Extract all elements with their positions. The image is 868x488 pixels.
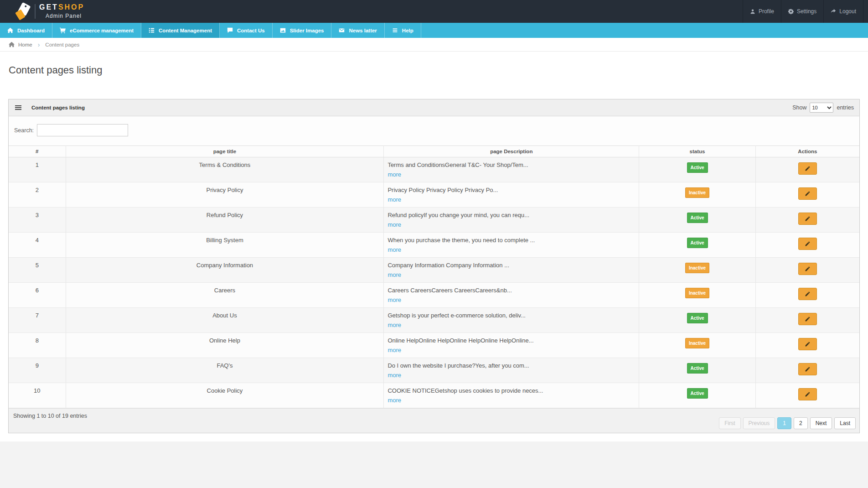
nav-news-latter[interactable]: News latter <box>331 23 384 38</box>
gear-icon <box>788 9 794 14</box>
page-description-cell: COOKIE NOTICEGetshop uses cookies to pro… <box>384 383 639 408</box>
panel-menu-icon[interactable] <box>14 104 22 111</box>
page-description-cell: Do I own the website I purchase?Yes, aft… <box>384 358 639 383</box>
description-text: Careers CareersCareers CareersCareers&nb… <box>388 287 635 294</box>
nav-label: eCommerce management <box>70 28 134 33</box>
nav-content-management[interactable]: Content Management <box>141 23 220 38</box>
pencil-icon <box>805 316 811 322</box>
more-link[interactable]: more <box>388 271 401 278</box>
nav-slider-images[interactable]: Slider Images <box>273 23 332 38</box>
nav-help[interactable]: Help <box>385 23 421 38</box>
row-number: 9 <box>9 358 66 383</box>
row-number: 5 <box>9 258 66 283</box>
page-title-cell: Refund Policy <box>66 208 384 233</box>
content-area: Home › Content pages Content pages listi… <box>0 38 868 441</box>
description-text: Getshop is your perfect e-commerce solut… <box>388 312 635 319</box>
breadcrumb-home[interactable]: Home <box>9 42 32 47</box>
pencil-icon <box>805 191 811 197</box>
settings-label: Settings <box>797 8 816 15</box>
pagination-page-2[interactable]: 2 <box>794 417 808 429</box>
pencil-icon <box>805 266 811 272</box>
nav-label: Help <box>402 28 413 33</box>
table-row: 5 Company Information Company Informatio… <box>9 258 859 283</box>
more-link[interactable]: more <box>388 171 401 178</box>
edit-button[interactable] <box>798 363 817 375</box>
nav-label: Contact Us <box>237 28 265 33</box>
logout-icon <box>831 9 836 14</box>
description-text: Terms and ConditionsGeneral T&C- Your Sh… <box>388 161 635 169</box>
page-title-cell: Billing System <box>66 233 384 258</box>
settings-link[interactable]: Settings <box>781 0 823 23</box>
page-description-cell: Online HelpOnline HelpOnline HelpOnline … <box>384 333 639 358</box>
page-description-cell: When you purchase the theme, you need to… <box>384 233 639 258</box>
edit-button[interactable] <box>798 288 817 300</box>
logout-link[interactable]: Logout <box>823 0 863 23</box>
app-logo: GETSHOP Admin Panel <box>0 0 84 23</box>
page-description-cell: Terms and ConditionsGeneral T&C- Your Sh… <box>384 157 639 182</box>
show-label: Show <box>792 104 806 111</box>
row-number: 6 <box>9 283 66 308</box>
entries-select[interactable]: 10 <box>810 103 833 113</box>
search-label: Search: <box>14 127 34 134</box>
envelope-icon <box>339 27 345 33</box>
profile-link[interactable]: Profile <box>743 0 781 23</box>
pencil-icon <box>805 166 811 171</box>
edit-button[interactable] <box>798 388 817 400</box>
show-entries: Show 10 entries <box>792 103 854 113</box>
edit-button[interactable] <box>798 238 817 250</box>
pagination-last[interactable]: Last <box>834 417 856 429</box>
search-input[interactable] <box>37 124 128 136</box>
more-link[interactable]: more <box>388 322 401 328</box>
edit-button[interactable] <box>798 162 817 175</box>
more-link[interactable]: more <box>388 296 401 303</box>
pencil-icon <box>805 216 811 222</box>
more-link[interactable]: more <box>388 347 401 353</box>
more-link[interactable]: more <box>388 246 401 253</box>
page-description-cell: Getshop is your perfect e-commerce solut… <box>384 308 639 333</box>
nav-ecommerce-management[interactable]: eCommerce management <box>52 23 141 38</box>
page-title-cell: About Us <box>66 308 384 333</box>
more-link[interactable]: more <box>388 397 401 404</box>
page-title-cell: Online Help <box>66 333 384 358</box>
description-text: When you purchase the theme, you need to… <box>388 237 635 244</box>
status-cell: Inactive <box>639 182 756 208</box>
home-icon <box>7 27 13 33</box>
pencil-icon <box>805 241 811 247</box>
page-title-cell: FAQ's <box>66 358 384 383</box>
status-cell: Active <box>639 308 756 333</box>
header-links: Profile Settings Logout <box>743 0 868 23</box>
nav-contact-us[interactable]: Contact Us <box>220 23 273 38</box>
nav-label: Content Management <box>159 28 212 33</box>
edit-button[interactable] <box>798 263 817 275</box>
row-number: 7 <box>9 308 66 333</box>
edit-button[interactable] <box>798 187 817 200</box>
pagination-next[interactable]: Next <box>810 417 832 429</box>
page-description-cell: Careers CareersCareers CareersCareers&nb… <box>384 283 639 308</box>
logout-label: Logout <box>839 8 856 15</box>
actions-cell <box>755 258 859 283</box>
table-header-row: # page title page Description status Act… <box>9 146 859 157</box>
more-link[interactable]: more <box>388 196 401 203</box>
edit-button[interactable] <box>798 313 817 325</box>
edit-button[interactable] <box>798 338 817 350</box>
column-header-status: status <box>639 146 756 157</box>
content-pages-table: # page title page Description status Act… <box>9 145 859 408</box>
table-row: 2 Privacy Policy Privacy Policy Privacy … <box>9 182 859 208</box>
pagination-first[interactable]: First <box>719 417 740 429</box>
edit-button[interactable] <box>798 213 817 225</box>
status-cell: Active <box>639 157 756 182</box>
pagination-previous[interactable]: Previous <box>743 417 775 429</box>
breadcrumb: Home › Content pages <box>0 38 868 52</box>
more-link[interactable]: more <box>388 221 401 228</box>
pencil-icon <box>805 391 811 397</box>
comment-icon <box>227 27 233 33</box>
entries-summary: Showing 1 to 10 of 19 entries <box>13 413 87 419</box>
page-title: Content pages listing <box>0 52 868 99</box>
more-link[interactable]: more <box>388 372 401 379</box>
column-header-actions: Actions <box>755 146 859 157</box>
table-row: 9 FAQ's Do I own the website I purchase?… <box>9 358 859 383</box>
pagination-page-1[interactable]: 1 <box>777 417 791 429</box>
panel-title: Content pages listing <box>31 105 85 110</box>
status-badge: Active <box>687 213 708 223</box>
nav-dashboard[interactable]: Dashboard <box>0 23 52 38</box>
